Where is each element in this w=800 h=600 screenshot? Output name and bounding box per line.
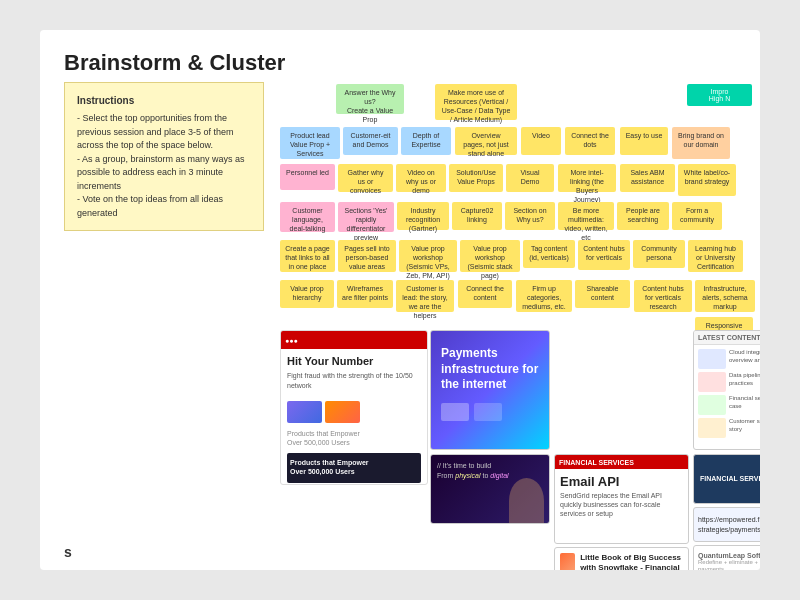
sticky-infra[interactable]: Infrastructure, alerts, schema markup [695, 280, 755, 312]
thumb-email-title: Email API [560, 474, 683, 489]
sticky-tag-content[interactable]: Tag content (id, verticals) [523, 240, 575, 268]
sticky-sales-abm[interactable]: Sales ABM assistance [620, 164, 675, 192]
sticky-value-prop-ws2[interactable]: Value prop workshop (Seismic stack page) [460, 240, 520, 272]
thumbnail-latest-content[interactable]: LATEST CONTENT Cloud integrations overvi… [693, 330, 760, 450]
thumbnail-payments[interactable]: Payments infrastructure for the internet [430, 330, 550, 450]
sticky-pages-sell[interactable]: Pages sell into person-based value areas [338, 240, 396, 272]
bottom-label: s [64, 544, 72, 560]
sticky-section-why[interactable]: Section on Why us? [505, 202, 555, 230]
sticky-improve[interactable]: ImproHigh N [687, 84, 752, 106]
sticky-content-hubs[interactable]: Content hubs for verticals [578, 240, 630, 270]
thumbnail-extra1[interactable]: https://empowered.field.com/strategies/p… [693, 507, 760, 542]
sticky-customer-lead[interactable]: Customer is lead: the story, we are the … [396, 280, 454, 312]
sticky-bring-brand[interactable]: Bring brand on our domain [672, 127, 730, 159]
thumb-latest-label: LATEST CONTENT [698, 334, 760, 341]
thumbnail-extra2[interactable]: QuantumLeap Software Redefine + eliminat… [693, 545, 760, 570]
sticky-personnel[interactable]: Personnel led [280, 164, 335, 190]
sticky-wireframes[interactable]: Wireframes are filter points [337, 280, 393, 308]
sticky-customereit[interactable]: Customer-eit and Demos [343, 127, 398, 155]
sticky-create-page[interactable]: Create a page that links to all in one p… [280, 240, 335, 272]
instructions-box: Instructions - Select the top opportunit… [64, 82, 264, 231]
sticky-sections-yes[interactable]: Sections 'Yes' rapidly differentiator pr… [338, 202, 394, 232]
thumb-book-title: Little Book of Big Success with Snowflak… [580, 553, 683, 570]
sticky-product-lead[interactable]: Product lead Value Prop + Services [280, 127, 340, 159]
sticky-overview[interactable]: Overview pages, not just stand alone [455, 127, 517, 155]
sticky-white-label[interactable]: White label/co-brand strategy [678, 164, 736, 196]
thumbnail-little-book[interactable]: Little Book of Big Success with Snowflak… [554, 547, 689, 570]
sticky-depth[interactable]: Depth of Expertise [401, 127, 451, 155]
sticky-connect-dots[interactable]: Connect the dots [565, 127, 615, 155]
sticky-firm-up[interactable]: Firm up categories, mediums, etc. [516, 280, 572, 312]
main-container: Brainstorm & Cluster Instructions - Sele… [40, 30, 760, 570]
thumb-hit-sub: Fight fraud with the strength of the 10/… [287, 371, 421, 391]
thumb-hit-title: Hit Your Number [287, 355, 421, 367]
instructions-title: Instructions [77, 93, 251, 108]
sticky-solution-use[interactable]: Solution/Use Value Props [449, 164, 503, 192]
sticky-gather[interactable]: Gather why us or convoices [338, 164, 393, 192]
sticky-industry[interactable]: Industry recognition (Gartner) [397, 202, 449, 230]
sticky-more-media[interactable]: Be more multimedia: video, written, etc [558, 202, 614, 230]
thumbnail-dark-person[interactable]: // It's time to buildFrom physical to di… [430, 454, 550, 524]
thumbnail-hit-your-number[interactable]: ●●● Hit Your Number Fight fraud with the… [280, 330, 428, 485]
sticky-form-community[interactable]: Form a community [672, 202, 722, 230]
sticky-customer-lang[interactable]: Customer language, deal-talking [280, 202, 335, 232]
sticky-more-intel[interactable]: More intel-linking (the Buyers Journey) [558, 164, 616, 192]
sticky-learning-hub[interactable]: Learning hub or University Certification [688, 240, 743, 272]
sticky-answer-why[interactable]: Answer the Why us?Create a Value Prop [336, 84, 404, 114]
instructions-body: - Select the top opportunities from the … [77, 112, 251, 220]
sticky-resources[interactable]: Make more use of Resources (Vertical / U… [435, 84, 517, 120]
thumb-finance-label: FINANCIAL SERVICES [700, 474, 760, 483]
sticky-people-search[interactable]: People are searching [617, 202, 669, 230]
sticky-video[interactable]: Video [521, 127, 561, 155]
page-title: Brainstorm & Cluster [64, 50, 736, 76]
sticky-easy[interactable]: Easy to use [620, 127, 668, 155]
thumbnail-email-api[interactable]: FINANCIAL SERVICES Email API SendGrid re… [554, 454, 689, 544]
sticky-shareable[interactable]: Shareable content [575, 280, 630, 308]
sticky-value-hierarchy[interactable]: Value prop hierarchy [280, 280, 334, 308]
thumbnail-finance-banner[interactable]: FINANCIAL SERVICES [693, 454, 760, 504]
sticky-connect-content[interactable]: Connect the content [458, 280, 512, 308]
thumb-email-sub: SendGrid replaces the Email API quickly … [560, 491, 683, 518]
canvas-area: Answer the Why us?Create a Value Prop Ma… [280, 82, 752, 562]
sticky-video-why[interactable]: Video on why us or demo [396, 164, 446, 192]
sticky-value-prop-ws[interactable]: Value prop workshop (Seismic VPs, Zeb, P… [399, 240, 457, 272]
thumb-payments-label: Payments infrastructure for the internet [441, 346, 539, 393]
sticky-community-persona[interactable]: Community persona [633, 240, 685, 268]
sticky-visual-demo[interactable]: Visual Demo [506, 164, 554, 192]
sticky-content-hubs2[interactable]: Content hubs for verticals research [634, 280, 692, 312]
sticky-capture02[interactable]: Capture02 linking [452, 202, 502, 230]
